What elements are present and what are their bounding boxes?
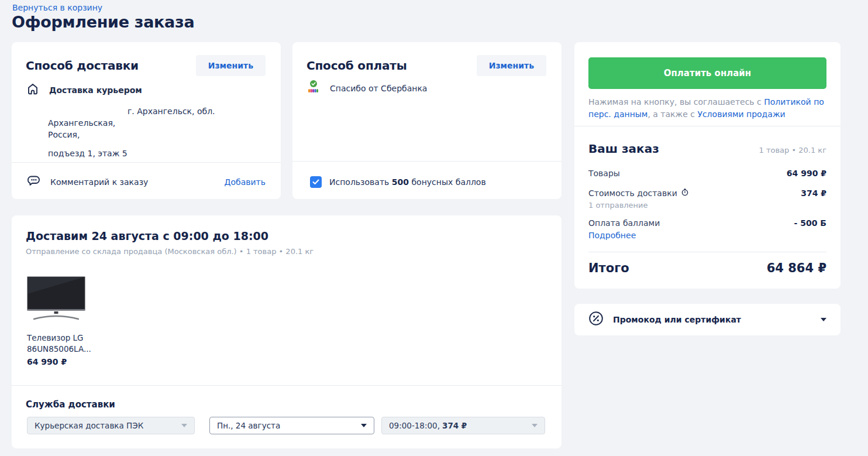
divider <box>292 161 562 162</box>
page-title: Оформление заказа <box>12 13 194 31</box>
address-line-1: г. Архангельск, обл. Архангельская, <box>48 107 215 128</box>
change-delivery-button[interactable]: Изменить <box>196 55 266 76</box>
delivery-time-select[interactable]: 09:00-18:00, 374 ₽ <box>381 417 545 434</box>
address-line-3: подъезд 1, этаж 5 <box>48 148 269 159</box>
use-bonus-points-row[interactable]: Использовать 500 бонусных баллов <box>310 170 486 194</box>
address-line-2: Россия, <box>48 129 269 140</box>
divider <box>574 126 841 126</box>
comment-label: Комментарий к заказу <box>50 177 148 187</box>
delivery-card-title: Способ доставки <box>26 59 139 73</box>
delivery-cost-info-icon[interactable] <box>681 188 689 198</box>
payment-card-title: Способ оплаты <box>306 59 407 73</box>
promo-code-toggle[interactable]: Промокод или сертификат <box>574 304 841 335</box>
change-payment-button[interactable]: Изменить <box>477 55 546 76</box>
comment-icon <box>26 174 41 190</box>
order-summary-card: Оплатить онлайн Нажимая на кнопку, вы со… <box>574 42 841 289</box>
summary-row-items: Товары 64 990 ₽ <box>588 169 826 178</box>
promo-code-card: Промокод или сертификат <box>574 304 841 335</box>
product-image-tv[interactable] <box>27 276 85 323</box>
points-details-link[interactable]: Подробнее <box>588 231 636 240</box>
chevron-down-icon <box>361 424 367 427</box>
legal-text: Нажимая на кнопку, вы соглашаетесь с Пол… <box>588 96 825 121</box>
delivery-service-select[interactable]: Курьерская доставка ПЭК <box>27 417 195 434</box>
summary-row-points: Оплата баллами - 500 Б <box>588 218 826 228</box>
home-icon <box>26 82 40 98</box>
shipment-subtitle: Отправление со склада продавца (Московск… <box>26 247 314 256</box>
shipment-card: Доставим 24 августа с 09:00 до 18:00 Отп… <box>12 215 562 448</box>
shipment-title: Доставим 24 августа с 09:00 до 18:00 <box>26 229 268 242</box>
chevron-down-icon <box>532 424 538 427</box>
bonus-checkbox[interactable] <box>310 176 322 188</box>
order-summary-title: Ваш заказ <box>588 142 659 156</box>
summary-delivery-note: 1 отправление <box>588 201 648 210</box>
back-to-cart-link[interactable]: Вернуться в корзину <box>12 3 102 12</box>
product-price: 64 990 ₽ <box>27 357 67 366</box>
divider <box>12 385 562 386</box>
delivery-date-select[interactable]: Пн., 24 августа <box>209 417 374 434</box>
delivery-address: г. Архангельск, обл. Архангельская, Росс… <box>48 105 269 159</box>
divider <box>588 252 826 252</box>
percent-icon <box>588 311 604 328</box>
pay-online-button[interactable]: Оплатить онлайн <box>588 57 826 89</box>
delivery-method-card: Способ доставки Изменить Доставка курьер… <box>12 42 281 199</box>
product-name[interactable]: Телевизор LG 86UN85006LA... <box>27 332 115 355</box>
payment-method-card: Способ оплаты Изменить Спасибо от Сберба… <box>292 42 562 199</box>
summary-row-delivery: Стоимость доставки 374 ₽ <box>588 188 826 198</box>
promo-code-label: Промокод или сертификат <box>613 315 741 324</box>
add-comment-link[interactable]: Добавить <box>225 177 266 187</box>
summary-total-row: Итого 64 864 ₽ <box>588 261 826 275</box>
delivery-method-name: Доставка курьером <box>49 85 142 95</box>
delivery-service-title: Служба доставки <box>26 399 115 410</box>
sberbank-spasibo-icon <box>306 80 321 97</box>
bonus-label: Использовать 500 бонусных баллов <box>329 177 486 187</box>
chevron-down-icon <box>181 424 187 427</box>
order-summary-meta: 1 товар • 20.1 кг <box>759 146 826 155</box>
terms-of-sale-link[interactable]: Условиями продажи <box>697 109 785 119</box>
checkout-page: Вернуться в корзину Оформление заказа Сп… <box>0 0 868 456</box>
divider <box>12 162 281 163</box>
payment-method-name: Спасибо от Сбербанка <box>330 84 427 93</box>
chevron-down-icon <box>821 318 826 321</box>
